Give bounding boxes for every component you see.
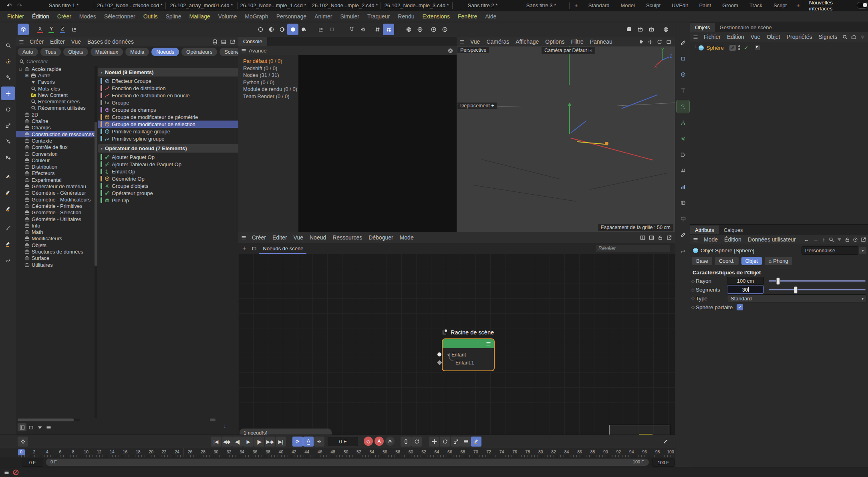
asset-item[interactable]: f:x Groupe [98, 99, 238, 106]
shading-mode-0-button[interactable] [255, 24, 266, 35]
current-frame-field[interactable]: 0 F [328, 437, 358, 446]
asset-menu-créer[interactable]: Créer [26, 38, 47, 45]
document-tab[interactable]: 26.102_Node...mple_2.c4d * [309, 0, 381, 11]
key-scale-button[interactable] [451, 437, 461, 447]
menu-volume[interactable]: Volume [214, 13, 241, 20]
search-input[interactable]: Chercher [26, 58, 48, 64]
add-keyframe-button[interactable] [18, 437, 28, 447]
asset-item[interactable]: Groupe de modificateur de géométrie [98, 113, 238, 121]
back-arrow-icon[interactable]: ← [802, 237, 811, 243]
scrollbar-thumb[interactable] [18, 419, 74, 421]
loop-playback-button[interactable]: ⟳ [292, 437, 303, 447]
undo-icon[interactable]: ↶ [4, 2, 14, 9]
live-selection-tool-button[interactable] [1, 54, 15, 68]
menu-simuler[interactable]: Simuler [336, 13, 363, 20]
document-tab[interactable]: Sans titre 1 * [34, 0, 94, 11]
console-channel[interactable]: Nodes (31 / 31) [238, 72, 298, 79]
axis-button[interactable] [315, 24, 326, 35]
node-graph-canvas[interactable]: Racine de scène ▾ Enfant Enfant.1 [238, 254, 675, 435]
tab-calques[interactable]: Calques [719, 225, 748, 234]
target-icon[interactable] [851, 237, 859, 243]
selection-tag-icon[interactable] [754, 45, 761, 50]
viewport-menu-panneau[interactable]: Panneau [587, 38, 616, 45]
hamburger-icon[interactable] [2, 469, 10, 475]
grid-icon[interactable] [677, 164, 689, 177]
asset-item[interactable]: Pile Op [98, 197, 238, 204]
node-header[interactable] [443, 339, 494, 348]
attr-tab-base[interactable]: Base [692, 257, 712, 265]
menu-personnage[interactable]: Personnage [272, 13, 311, 20]
om-menu-propriétés[interactable]: Propriétés [783, 34, 816, 40]
download-arrow-icon[interactable]: ↓ [224, 423, 226, 429]
rotate-view-icon[interactable] [655, 39, 664, 45]
popout-icon[interactable] [228, 39, 237, 45]
asset-item[interactable]: Géométrie Op [98, 175, 238, 182]
layout-tab-paint[interactable]: Paint [694, 2, 717, 8]
document-tab[interactable]: 26.102_Node..mple_3.c4d * [381, 0, 452, 11]
shading-mode-3-button[interactable] [287, 24, 298, 35]
x-axis-line[interactable] [571, 138, 653, 161]
range-end-field[interactable]: 100 F [652, 459, 675, 467]
sphere-parfaite-checkbox[interactable]: ✓ [737, 304, 743, 310]
port-label[interactable]: Enfant.1 [455, 360, 474, 366]
center-dot-button[interactable] [428, 24, 439, 35]
tag-icon[interactable] [677, 148, 689, 161]
object-y-axis[interactable] [569, 104, 570, 134]
viewport-menu-vue[interactable]: Vue [467, 38, 483, 45]
quantize-settings-button[interactable] [383, 24, 394, 35]
edit-pencil-icon[interactable] [729, 45, 736, 51]
brush-tool-button[interactable] [1, 221, 15, 235]
shading-mode-1-button[interactable] [266, 24, 277, 35]
redo-icon[interactable]: ↷ [14, 2, 25, 9]
node-editor-menu-vue[interactable]: Vue [290, 234, 306, 241]
maximize-timeline-icon[interactable] [660, 437, 671, 447]
asset-menu-bases-de-données[interactable]: Bases de données [84, 38, 137, 45]
asset-item[interactable]: Opérateur groupe [98, 189, 238, 197]
layout-tab-track[interactable]: Track [744, 2, 768, 8]
tab-gestionnaire-de-scene[interactable]: Gestionnaire de scène [715, 23, 777, 32]
om-menu-édition[interactable]: Édition [724, 34, 747, 40]
layout-tab-standard[interactable]: Standard [583, 2, 615, 8]
attr-menu-édition[interactable]: Édition [721, 236, 745, 243]
console-channel[interactable]: Team Render (0 / 0) [238, 93, 298, 100]
node-editor-menu-editer[interactable]: Editer [269, 234, 290, 241]
viewport-menu-filtre[interactable]: Filtre [568, 38, 587, 45]
window-minimize-icon[interactable] [219, 39, 228, 45]
record-keyframe-button[interactable]: ◇ [364, 437, 373, 446]
filter-chip-tous[interactable]: Tous [40, 48, 61, 56]
menu-créer[interactable]: Créer [53, 13, 75, 20]
node-editor-menu-déboguer[interactable]: Déboguer [365, 234, 397, 241]
segments-input[interactable]: 30 [727, 286, 764, 294]
up-arrow-icon[interactable]: ↑ [820, 237, 827, 243]
popout-icon[interactable] [859, 237, 867, 243]
document-tab[interactable]: 26.102_Node...mple_1.c4d * [238, 0, 309, 11]
sort-button[interactable] [44, 423, 53, 431]
asset-item[interactable]: Groupe d'objets [98, 182, 238, 189]
console-channel[interactable]: Python (0 / 0) [238, 79, 298, 86]
panel-right-icon[interactable] [647, 235, 656, 241]
lock-icon[interactable] [843, 237, 851, 243]
object-row-sphere[interactable]: └ Sphère ✓ [690, 43, 868, 52]
key-diamond-icon[interactable]: ◇ [690, 296, 696, 301]
layout-tab-sculpt[interactable]: Sculpt [640, 2, 666, 8]
play-button[interactable]: ▶ [243, 437, 254, 447]
viewport-menu-affichage[interactable]: Affichage [512, 38, 542, 45]
hamburger-icon[interactable] [238, 235, 249, 241]
asset-item[interactable]: Fonction de distribution [98, 85, 238, 92]
panel-left-icon[interactable] [638, 235, 647, 241]
rotate-record-button[interactable] [411, 437, 422, 447]
snap-magnet-button[interactable] [346, 24, 357, 35]
spline-smooth-tool-button[interactable] [1, 253, 15, 267]
node-menu-icon[interactable] [485, 341, 491, 347]
shading-mode-4-button[interactable] [298, 24, 309, 35]
key-diamond-icon[interactable]: ◇ [690, 305, 696, 310]
previous-frame-button[interactable]: ◀| [232, 437, 243, 447]
attr-tab-coord[interactable]: Coord. [715, 257, 739, 265]
menu-fenêtre[interactable]: Fenêtre [454, 13, 481, 20]
attr-tab-objet[interactable]: Objet [741, 257, 762, 265]
preset-dropdown[interactable]: Personnalisé [802, 246, 858, 255]
document-tab[interactable]: 26.102_Node...ctNode.c4d * [94, 0, 165, 11]
menu-spline[interactable]: Spline [162, 13, 185, 20]
home-icon[interactable] [849, 34, 858, 40]
key-position-button[interactable] [429, 437, 439, 447]
